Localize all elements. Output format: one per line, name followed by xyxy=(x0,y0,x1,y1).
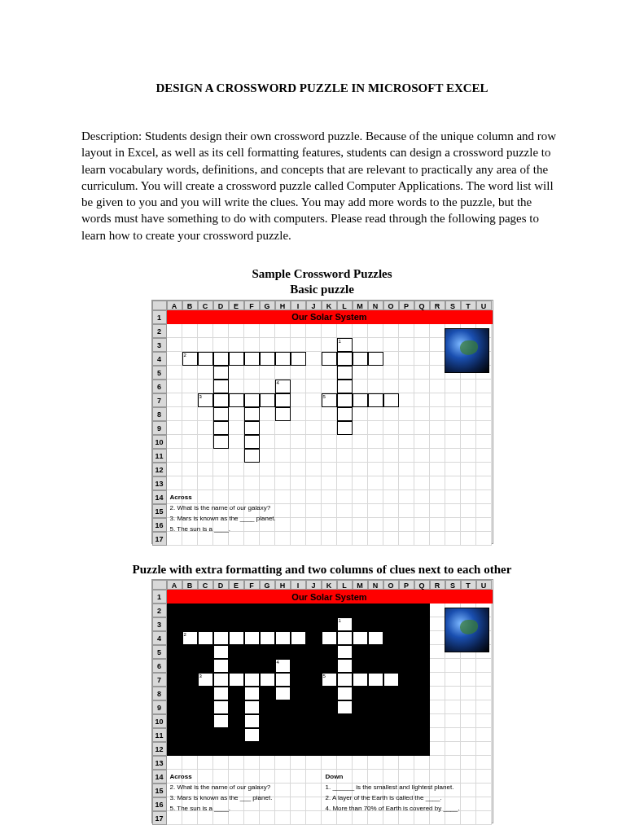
crossword-cell xyxy=(383,393,399,407)
crossword-cell xyxy=(337,407,353,421)
crossword-cell: 4 xyxy=(275,380,291,393)
crossword-cell xyxy=(244,393,260,407)
row-header: 17 xyxy=(152,811,167,825)
crossword-cell xyxy=(275,393,291,407)
column-header: R xyxy=(430,301,445,310)
row-header: 12 xyxy=(152,742,167,756)
crossword-cell xyxy=(275,407,291,421)
crossword-cell xyxy=(322,352,337,366)
row-header: 8 xyxy=(152,407,167,421)
column-header: B xyxy=(182,301,198,310)
row-header: 8 xyxy=(152,687,167,700)
column-header: B xyxy=(182,580,198,590)
column-header: I xyxy=(291,580,306,590)
crossword-cell xyxy=(213,366,229,380)
column-header: A xyxy=(167,301,182,310)
row-header: 11 xyxy=(152,728,167,742)
column-header: F xyxy=(244,580,260,590)
crossword-cell xyxy=(291,631,306,645)
column-header: A xyxy=(167,580,182,590)
column-header: D xyxy=(213,580,229,590)
column-header: G xyxy=(260,301,275,310)
crossword-cell xyxy=(213,352,229,366)
row-header: 13 xyxy=(152,476,167,490)
row-header: 4 xyxy=(152,352,167,366)
row-header: 9 xyxy=(152,700,167,714)
row-header: 5 xyxy=(152,645,167,659)
column-header: C xyxy=(198,301,213,310)
crossword-cell xyxy=(275,352,291,366)
crossword-cell xyxy=(260,673,275,687)
column-header: J xyxy=(306,580,322,590)
crossword-cell xyxy=(213,714,229,728)
crossword-cell xyxy=(353,352,368,366)
column-header: K xyxy=(322,301,337,310)
crossword-cell xyxy=(337,352,353,366)
crossword-cell xyxy=(244,728,260,742)
column-header: G xyxy=(260,580,275,590)
crossword-cell xyxy=(353,673,368,687)
crossword-cell xyxy=(213,659,229,673)
crossword-cell xyxy=(213,687,229,700)
crossword-cell xyxy=(244,407,260,421)
crossword-cell: 3 xyxy=(198,673,213,687)
row-header: 10 xyxy=(152,435,167,449)
crossword-cell xyxy=(244,631,260,645)
crossword-cell xyxy=(213,435,229,449)
crossword-cell xyxy=(213,407,229,421)
crossword-cell: 1 xyxy=(337,338,353,352)
crossword-cell xyxy=(337,421,353,435)
crossword-cell xyxy=(368,631,383,645)
crossword-cell xyxy=(353,393,368,407)
sample-heading: Sample Crossword Puzzles xyxy=(81,266,563,283)
crossword-cell xyxy=(337,393,353,407)
crossword-cell xyxy=(275,673,291,687)
crossword-cell xyxy=(337,631,353,645)
crossword-cell xyxy=(198,352,213,366)
column-header: M xyxy=(353,580,368,590)
row-header: 6 xyxy=(152,659,167,673)
crossword-cell xyxy=(322,631,337,645)
banner-title: Our Solar System xyxy=(167,310,493,324)
crossword-cell xyxy=(213,645,229,659)
crossword-cell xyxy=(229,673,244,687)
row-header: 15 xyxy=(152,504,167,518)
row-header: 11 xyxy=(152,449,167,463)
crossword-cell xyxy=(260,352,275,366)
figure-formatted-puzzle: ABCDEFGHIJKLMNOPQRSTU 123456789101112131… xyxy=(151,579,493,823)
earth-image xyxy=(445,328,489,373)
crossword-cell xyxy=(368,352,383,366)
crossword-cell xyxy=(244,673,260,687)
column-header: H xyxy=(275,301,291,310)
crossword-cell xyxy=(383,673,399,687)
crossword-cell xyxy=(337,700,353,714)
column-header: N xyxy=(368,301,383,310)
column-header: P xyxy=(399,301,414,310)
clues-down: Down1. ______ is the smallest and lighte… xyxy=(326,771,460,814)
row-header: 1 xyxy=(152,590,167,604)
crossword-cell xyxy=(337,659,353,673)
banner-title: Our Solar System xyxy=(167,590,493,604)
column-header: L xyxy=(337,580,353,590)
crossword-cell xyxy=(244,352,260,366)
figure-basic-puzzle: ABCDEFGHIJKLMNOPQRSTU 123456789101112131… xyxy=(151,300,493,544)
row-header: 3 xyxy=(152,338,167,352)
crossword-cell xyxy=(213,421,229,435)
row-header: 16 xyxy=(152,518,167,532)
sheet-corner xyxy=(152,580,167,590)
column-header: T xyxy=(461,580,476,590)
column-header: P xyxy=(399,580,414,590)
row-header: 2 xyxy=(152,324,167,338)
crossword-cell xyxy=(213,700,229,714)
column-header: C xyxy=(198,580,213,590)
crossword-cell xyxy=(275,631,291,645)
basic-puzzle-heading: Basic puzzle xyxy=(81,282,563,298)
earth-image xyxy=(445,608,489,652)
row-header: 3 xyxy=(152,617,167,631)
column-header: H xyxy=(275,580,291,590)
crossword-cell xyxy=(337,366,353,380)
column-header: S xyxy=(445,580,461,590)
crossword-cell xyxy=(337,380,353,393)
clues-across: Across2. What is the name of our galaxy?… xyxy=(170,492,276,534)
crossword-cell: 5 xyxy=(322,673,337,687)
